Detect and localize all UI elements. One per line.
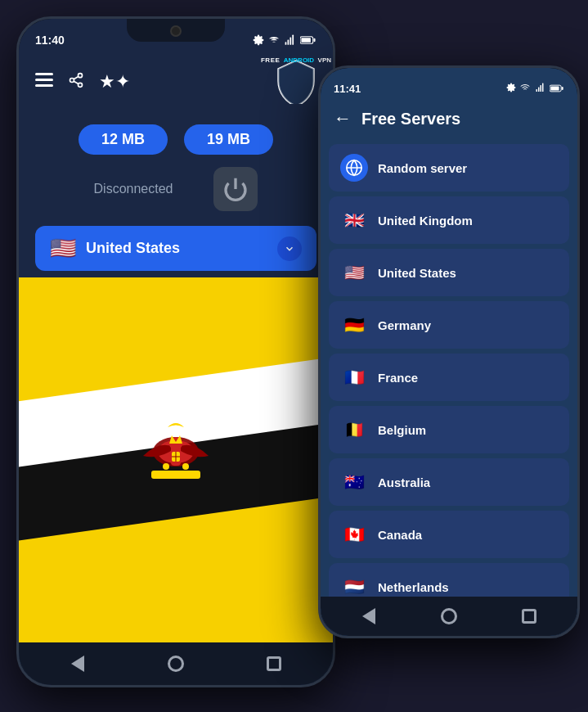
svg-point-11 <box>79 73 83 77</box>
recents-nav-btn-2[interactable] <box>518 605 541 628</box>
status-bar-2: 11:41 <box>321 73 577 100</box>
au-flag-icon: 🇦🇺 <box>340 468 368 496</box>
server-name-nl: Netherlands <box>378 580 449 594</box>
home-nav-btn-2[interactable] <box>438 605 460 628</box>
server-item-ca[interactable]: 🇨🇦 Canada <box>329 511 569 558</box>
time-1: 11:40 <box>35 34 65 47</box>
upload-stat: 19 MB <box>184 124 273 155</box>
wifi-icon-1 <box>267 34 281 46</box>
chevron-down-icon <box>277 237 302 261</box>
server-item-fr[interactable]: 🇫🇷 France <box>329 354 569 401</box>
us-flag-icon: 🇺🇸 <box>340 259 368 286</box>
svg-rect-28 <box>536 89 537 92</box>
rate-icon[interactable]: ★✦ <box>99 71 130 92</box>
back-nav-icon-1 <box>71 656 84 672</box>
recents-nav-icon-1 <box>267 656 281 671</box>
be-flag-icon: 🇧🇪 <box>340 416 368 444</box>
server-item-uk[interactable]: 🇬🇧 United Kingdom <box>329 196 569 244</box>
power-icon <box>222 176 249 202</box>
server-name-de: Germany <box>378 318 431 332</box>
svg-point-12 <box>70 78 74 82</box>
selected-country-name: United States <box>86 240 267 257</box>
phone-2: 11:41 ← Free Servers <box>318 65 580 638</box>
back-nav-icon-2 <box>362 608 375 624</box>
home-nav-icon-1 <box>168 656 184 672</box>
server-item-nl[interactable]: 🇳🇱 Netherlands <box>329 563 569 597</box>
svg-point-24 <box>163 463 169 470</box>
server-name-fr: France <box>378 371 418 385</box>
app-header-1: ★✦ FREE ANDROID VPN <box>19 51 333 112</box>
svg-line-14 <box>74 81 79 83</box>
brunei-emblem <box>127 411 225 509</box>
country-selector[interactable]: 🇺🇸 United States <box>35 226 316 271</box>
settings-icon-2 <box>506 83 516 92</box>
wifi-icon-2 <box>519 83 531 92</box>
home-nav-btn-1[interactable] <box>164 652 187 675</box>
svg-rect-8 <box>35 73 53 75</box>
server-item-de[interactable]: 🇩🇪 Germany <box>329 301 569 349</box>
screen-1: 11:40 <box>19 19 333 685</box>
flag-display <box>19 277 333 642</box>
back-nav-btn-1[interactable] <box>66 652 89 675</box>
svg-point-25 <box>182 463 189 470</box>
power-button[interactable] <box>213 167 258 211</box>
header-icons-left: ★✦ <box>35 71 130 92</box>
menu-icon[interactable] <box>35 73 53 91</box>
nl-flag-icon: 🇳🇱 <box>340 573 368 597</box>
recents-nav-icon-2 <box>522 609 536 624</box>
recents-nav-btn-1[interactable] <box>263 652 285 675</box>
server-item-be[interactable]: 🇧🇪 Belgium <box>329 406 569 453</box>
camera-1 <box>170 25 182 37</box>
back-nav-btn-2[interactable] <box>357 605 380 628</box>
svg-rect-31 <box>542 83 544 92</box>
svg-rect-10 <box>35 84 53 87</box>
server-item-random[interactable]: Random server <box>329 144 569 192</box>
svg-rect-9 <box>35 79 53 81</box>
download-stat: 12 MB <box>79 124 168 155</box>
server-header: ← Free Servers <box>321 100 577 137</box>
free-servers-title: Free Servers <box>361 110 460 128</box>
svg-rect-26 <box>151 471 200 479</box>
svg-rect-3 <box>290 38 291 45</box>
server-item-us[interactable]: 🇺🇸 United States <box>329 249 569 296</box>
fr-flag-icon: 🇫🇷 <box>340 363 368 391</box>
de-flag-icon: 🇩🇪 <box>340 311 368 339</box>
share-icon[interactable] <box>68 72 84 92</box>
status-icons-2 <box>506 81 564 96</box>
ca-flag-icon: 🇨🇦 <box>340 520 368 548</box>
home-nav-icon-2 <box>441 608 457 624</box>
shield-logo <box>276 59 316 104</box>
svg-rect-6 <box>301 38 310 43</box>
back-button[interactable]: ← <box>334 108 352 129</box>
stats-row: 12 MB 19 MB <box>19 112 333 159</box>
signal-icon-1 <box>284 34 297 46</box>
svg-rect-33 <box>550 86 559 90</box>
battery-icon-2 <box>550 84 564 92</box>
selected-country-flag: 🇺🇸 <box>50 236 76 261</box>
server-item-au[interactable]: 🇦🇺 Australia <box>329 458 569 506</box>
logo-text-vpn: VPN <box>318 56 331 64</box>
server-name-ca: Canada <box>378 528 422 542</box>
svg-point-13 <box>79 83 83 87</box>
disconnect-row: Disconnected <box>19 159 333 219</box>
svg-rect-30 <box>540 85 541 92</box>
logo-text-free: FREE <box>261 56 280 64</box>
server-name-random: Random server <box>378 161 467 175</box>
svg-rect-7 <box>313 38 315 42</box>
bottom-nav-1 <box>19 642 333 685</box>
server-list: Random server 🇬🇧 United Kingdom 🇺🇸 Unite… <box>321 137 577 597</box>
server-name-uk: United Kingdom <box>378 214 473 228</box>
uk-flag-icon: 🇬🇧 <box>340 206 368 234</box>
app-logo: FREE ANDROID VPN <box>276 59 316 104</box>
svg-line-15 <box>74 76 79 79</box>
logo-text-android: ANDROID <box>284 56 314 64</box>
server-name-au: Australia <box>378 475 430 489</box>
svg-rect-4 <box>292 35 294 45</box>
brunei-flag <box>19 277 333 642</box>
settings-icon <box>253 34 264 46</box>
bottom-nav-2 <box>321 597 577 636</box>
svg-rect-29 <box>538 88 540 92</box>
svg-rect-2 <box>288 39 290 44</box>
battery-icon-1 <box>300 35 316 45</box>
signal-icon-2 <box>535 83 546 92</box>
